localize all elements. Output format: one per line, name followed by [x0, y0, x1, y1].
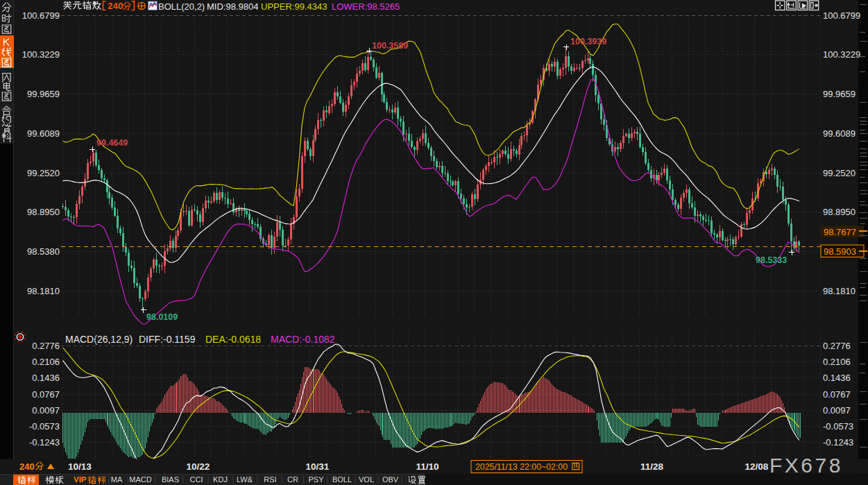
svg-text:100.3229: 100.3229 [22, 49, 60, 60]
svg-text:100.6799: 100.6799 [22, 10, 60, 21]
svg-text:10/22: 10/22 [187, 461, 210, 472]
svg-text:98.0109: 98.0109 [146, 312, 178, 322]
svg-text:100.3229: 100.3229 [823, 49, 860, 60]
svg-text:BOLL: BOLL [332, 475, 352, 484]
svg-text:11/28: 11/28 [640, 461, 664, 472]
svg-text:0.0767: 0.0767 [823, 389, 851, 400]
svg-text:0.1436: 0.1436 [823, 373, 851, 383]
svg-text:12/08: 12/08 [745, 461, 769, 472]
svg-text:MA: MA [111, 475, 123, 484]
svg-text:FX678: FX678 [769, 454, 843, 477]
svg-text:2025/11/13 22:00~02:00: 2025/11/13 22:00~02:00 [475, 462, 568, 472]
svg-text:-0.1243: -0.1243 [823, 437, 853, 448]
svg-text:VOL: VOL [359, 475, 374, 484]
svg-text:UPPER:99.4343: UPPER:99.4343 [261, 1, 327, 12]
svg-text:100.3939: 100.3939 [570, 37, 606, 46]
svg-text:DIFF:-0.1159: DIFF:-0.1159 [139, 334, 196, 345]
svg-text:RSI: RSI [264, 475, 276, 484]
svg-text:0.2106: 0.2106 [823, 357, 851, 367]
svg-text:98.1810: 98.1810 [27, 286, 60, 296]
svg-text:99.9659: 99.9659 [27, 89, 60, 99]
svg-text:PSY: PSY [308, 475, 324, 484]
svg-text:BOLL(20,2): BOLL(20,2) [158, 1, 205, 12]
svg-text:KDJ: KDJ [213, 475, 228, 484]
svg-text:98.1810: 98.1810 [823, 286, 856, 296]
svg-text:0.2776: 0.2776 [823, 341, 851, 351]
svg-text:10/31: 10/31 [306, 461, 330, 472]
svg-text:10/13: 10/13 [68, 461, 92, 472]
svg-text:MID:98.9804: MID:98.9804 [207, 1, 258, 12]
svg-text:DEA:-0.0618: DEA:-0.0618 [205, 334, 261, 345]
svg-text:240: 240 [19, 461, 35, 472]
svg-text:99.2520: 99.2520 [823, 168, 856, 178]
svg-text:100.6799: 100.6799 [823, 10, 860, 21]
svg-text:98.5333: 98.5333 [756, 255, 787, 265]
svg-text:0.2776: 0.2776 [32, 341, 60, 351]
svg-text:98.8950: 98.8950 [823, 207, 856, 217]
svg-text:CCI: CCI [190, 475, 203, 484]
svg-text:-0.1243: -0.1243 [29, 437, 60, 448]
svg-text:99.2520: 99.2520 [27, 168, 60, 178]
svg-text:99.4649: 99.4649 [96, 138, 128, 148]
svg-text:MACD:-0.1082: MACD:-0.1082 [271, 334, 335, 345]
svg-text:0.1436: 0.1436 [32, 373, 60, 383]
svg-text:VIP: VIP [74, 475, 87, 484]
svg-text:0.0767: 0.0767 [32, 389, 60, 400]
svg-text:11/10: 11/10 [416, 461, 439, 472]
svg-text:0.0097: 0.0097 [32, 405, 60, 416]
svg-text:240: 240 [108, 1, 124, 11]
svg-text:98.5903: 98.5903 [824, 246, 856, 257]
svg-text:LW&: LW& [237, 475, 253, 484]
svg-text:98.5380: 98.5380 [27, 246, 60, 257]
svg-text:99.9659: 99.9659 [823, 89, 856, 99]
svg-text:0.0097: 0.0097 [823, 405, 851, 416]
svg-text:-0.0573: -0.0573 [29, 421, 60, 432]
svg-text:OBV: OBV [382, 475, 399, 484]
svg-text:99.6089: 99.6089 [27, 128, 60, 139]
svg-text:MACD(26,12,9): MACD(26,12,9) [65, 334, 133, 345]
svg-text:LOWER:98.5265: LOWER:98.5265 [332, 1, 400, 12]
svg-text:100.3589: 100.3589 [372, 41, 408, 51]
svg-text:-0.0573: -0.0573 [823, 421, 853, 432]
svg-text:98.7677: 98.7677 [824, 227, 856, 237]
svg-text:MACD: MACD [129, 475, 151, 484]
svg-text:BIAS: BIAS [162, 475, 179, 484]
svg-text:99.6089: 99.6089 [823, 128, 856, 139]
svg-text:CR: CR [287, 475, 298, 484]
svg-text:0.2106: 0.2106 [32, 357, 60, 367]
svg-text:98.8950: 98.8950 [27, 207, 60, 217]
